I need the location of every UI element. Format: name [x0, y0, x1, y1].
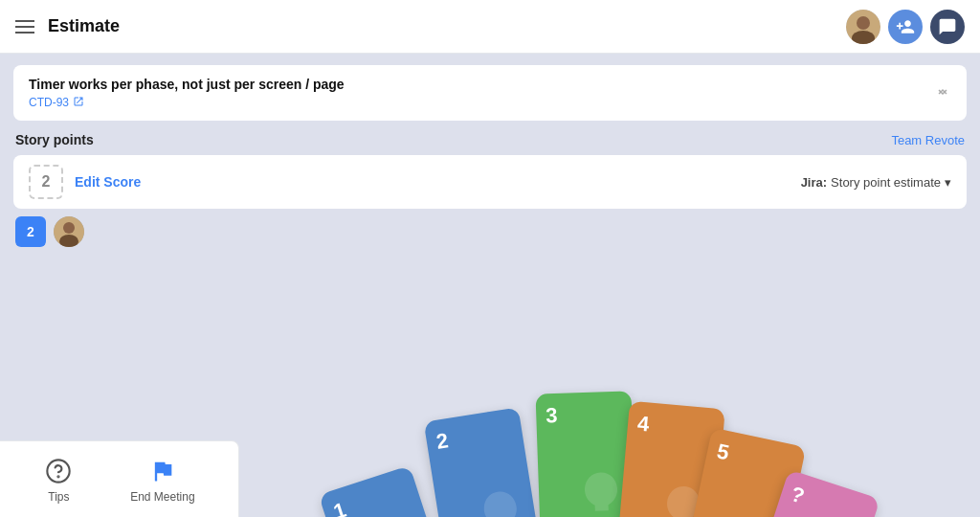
- jira-label: Jira:: [801, 175, 827, 190]
- jira-field-select[interactable]: Jira: Story point estimate ▾: [801, 175, 951, 190]
- question-circle-icon: [43, 456, 74, 486]
- card-question-value: ?: [788, 482, 808, 509]
- app-title: Estimate: [48, 16, 846, 36]
- collapse-icon[interactable]: [934, 83, 951, 103]
- issue-id[interactable]: CTD-93: [29, 96, 69, 109]
- card-1-value: 1: [330, 498, 349, 517]
- end-meeting-button[interactable]: End Meeting: [130, 456, 194, 504]
- card-3-icon: [576, 467, 626, 517]
- issue-card-content: Timer works per phase, not just per scre…: [29, 77, 345, 109]
- messages-button[interactable]: [930, 10, 965, 44]
- cards-area: 1 2 3 4 5: [191, 249, 980, 517]
- add-people-button[interactable]: [888, 10, 923, 44]
- menu-icon[interactable]: [15, 20, 34, 34]
- story-header: Story points Team Revote: [13, 132, 967, 147]
- card-2[interactable]: 2: [424, 407, 540, 517]
- card-5-icon: [724, 509, 781, 517]
- voter-avatar: [54, 216, 84, 247]
- svg-point-6: [48, 460, 70, 482]
- external-link-icon[interactable]: [73, 96, 84, 109]
- header-actions: [846, 10, 965, 44]
- card-5-value: 5: [715, 438, 731, 465]
- svg-point-4: [63, 222, 75, 234]
- card-2-icon: [473, 483, 528, 517]
- card-4-value: 4: [636, 412, 650, 438]
- tips-button[interactable]: Tips: [43, 456, 74, 504]
- card-2-value: 2: [434, 428, 450, 455]
- score-bar: 2 Edit Score Jira: Story point estimate …: [13, 155, 967, 209]
- svg-point-1: [857, 16, 870, 30]
- end-meeting-label: End Meeting: [130, 490, 194, 504]
- voter-score-badge: 2: [15, 216, 46, 247]
- score-badge: 2: [29, 165, 63, 199]
- user-avatar[interactable]: [846, 10, 880, 44]
- card-3-value: 3: [546, 403, 558, 428]
- jira-field-value: Story point estimate: [831, 175, 941, 190]
- bottom-bar: Tips End Meeting: [0, 440, 239, 517]
- tips-label: Tips: [48, 490, 69, 504]
- jira-chevron-icon: ▾: [945, 175, 951, 190]
- issue-title: Timer works per phase, not just per scre…: [29, 77, 345, 92]
- header: Estimate: [0, 0, 980, 54]
- issue-card: Timer works per phase, not just per scre…: [13, 65, 967, 121]
- story-points-title: Story points: [15, 132, 94, 147]
- story-points-section: Story points Team Revote 2 Edit Score Ji…: [13, 132, 967, 247]
- score-left: 2 Edit Score: [29, 165, 141, 199]
- voter-row: 2: [13, 216, 967, 247]
- svg-point-7: [58, 476, 59, 477]
- issue-id-row: CTD-93: [29, 96, 345, 109]
- flag-icon: [147, 456, 178, 486]
- edit-score-button[interactable]: Edit Score: [75, 174, 141, 190]
- team-revote-button[interactable]: Team Revote: [891, 133, 965, 147]
